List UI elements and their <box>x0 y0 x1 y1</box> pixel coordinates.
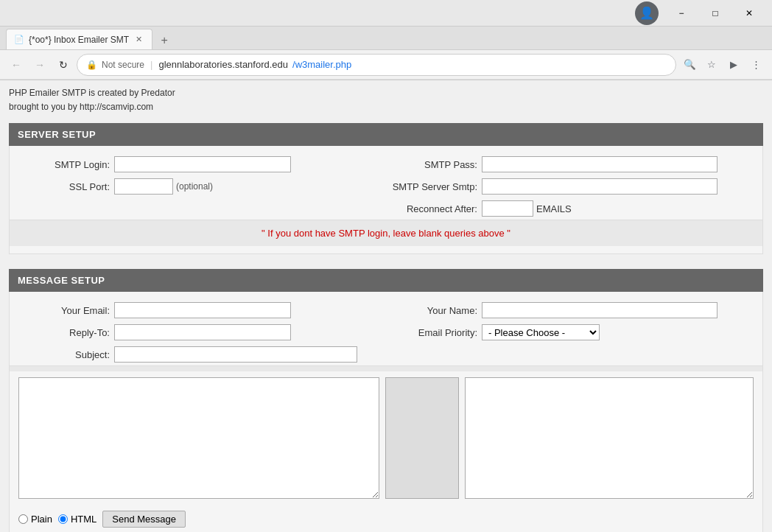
your-email-col: Your Email: <box>18 302 386 318</box>
email-name-row: Your Email: Your Name: <box>10 299 762 321</box>
reply-to-label: Reply-To: <box>18 327 114 338</box>
format-html-label[interactable]: HTML <box>58 514 96 525</box>
lock-icon: 🔒 <box>86 60 97 70</box>
smtp-pass-col: SMTP Pass: <box>386 156 754 172</box>
your-email-label: Your Email: <box>18 305 114 316</box>
subject-label: Subject: <box>18 349 114 360</box>
url-separator: | <box>150 59 152 70</box>
back-button[interactable]: ← <box>6 55 27 75</box>
search-button[interactable]: 🔍 <box>679 55 700 75</box>
smtp-warning: " If you dont have SMTP login, leave bla… <box>10 220 762 246</box>
server-setup-body: SMTP Login: SMTP Pass: SSL Port: (option… <box>9 146 763 254</box>
ssl-port-input[interactable] <box>114 178 173 195</box>
not-secure-label: Not secure <box>102 60 144 70</box>
smtp-login-row: SMTP Login: SMTP Pass: <box>10 153 762 175</box>
reconnect-col: Reconnect After: EMAILS <box>386 200 754 217</box>
your-name-col: Your Name: <box>386 302 754 318</box>
send-message-button[interactable]: Send Message <box>102 511 186 528</box>
reply-priority-row: Reply-To: Email Priority: - Please Choos… <box>10 321 762 343</box>
menu-button[interactable]: ⋮ <box>745 55 766 75</box>
priority-col: Email Priority: - Please Choose - High N… <box>386 324 754 340</box>
reconnect-row: Reconnect After: EMAILS <box>10 197 762 220</box>
tab-title: {*oo*} Inbox Emailer SMT <box>29 35 129 45</box>
tab-page-icon: 📄 <box>14 35 24 44</box>
new-tab-button[interactable]: + <box>155 32 173 49</box>
email-priority-select[interactable]: - Please Choose - High Normal Low <box>482 324 600 340</box>
active-tab[interactable]: 📄 {*oo*} Inbox Emailer SMT ✕ <box>6 29 152 49</box>
format-html-text: HTML <box>71 514 96 525</box>
message-setup-section: MESSAGE SETUP Your Email: Your Name: Rep… <box>9 269 763 532</box>
smtp-pass-label: SMTP Pass: <box>386 159 482 170</box>
format-html-radio[interactable] <box>58 514 68 524</box>
ssl-port-label: SSL Port: <box>18 181 114 192</box>
right-nav: 🔍 ☆ ▶ ⋮ <box>679 55 766 75</box>
credit-line1: PHP Emailer SMTP is created by Predator <box>9 86 763 100</box>
reply-to-col: Reply-To: <box>18 324 386 340</box>
format-plain-text: Plain <box>31 514 52 525</box>
address-bar[interactable]: 🔒 Not secure | glennlaboratories.stanfor… <box>77 54 676 76</box>
smtp-warning-text: " If you dont have SMTP login, leave bla… <box>262 228 510 239</box>
url-path: /w3mailer.php <box>292 59 351 70</box>
url-base: glennlaboratories.stanford.edu <box>158 59 288 70</box>
credit-line2: brought to you by http://scamvip.com <box>9 100 763 114</box>
your-name-input[interactable] <box>482 302 717 318</box>
message-setup-body: Your Email: Your Name: Reply-To: Email P… <box>9 292 763 532</box>
reconnect-input[interactable] <box>482 200 533 217</box>
server-setup-section: SERVER SETUP SMTP Login: SMTP Pass: SSL … <box>9 123 763 254</box>
format-row: Plain HTML Send Message <box>10 505 762 532</box>
divider <box>10 365 762 371</box>
your-email-input[interactable] <box>114 302 291 318</box>
minimize-button[interactable]: − <box>664 3 698 24</box>
maximize-button[interactable]: □ <box>698 3 732 24</box>
your-name-label: Your Name: <box>386 305 482 316</box>
bookmark-button[interactable]: ☆ <box>701 55 722 75</box>
smtp-pass-input[interactable] <box>482 156 717 172</box>
server-setup-header: SERVER SETUP <box>9 123 763 146</box>
cast-button[interactable]: ▶ <box>723 55 744 75</box>
smtp-server-input[interactable] <box>482 178 717 195</box>
smtp-login-input[interactable] <box>114 156 291 172</box>
format-plain-label[interactable]: Plain <box>18 514 52 525</box>
ssl-port-row: SSL Port: (optional) SMTP Server Smtp: <box>10 175 762 197</box>
reconnect-label: Reconnect After: <box>386 203 482 214</box>
browser-chrome: 👤 − □ ✕ 📄 {*oo*} Inbox Emailer SMT ✕ + ←… <box>0 0 772 80</box>
smtp-login-label: SMTP Login: <box>18 159 114 170</box>
page-content: PHP Emailer SMTP is created by Predator … <box>0 80 772 532</box>
subject-row: Subject: <box>10 343 762 365</box>
ssl-port-col: SSL Port: (optional) <box>18 178 386 195</box>
emails-label: EMAILS <box>536 203 572 214</box>
right-textarea[interactable] <box>465 377 754 499</box>
nav-bar: ← → ↻ 🔒 Not secure | glennlaboratories.s… <box>0 50 772 80</box>
smtp-server-label: SMTP Server Smtp: <box>386 181 482 192</box>
forward-button[interactable]: → <box>29 55 50 75</box>
middle-panel <box>385 377 459 499</box>
message-areas-row <box>10 371 762 505</box>
smtp-login-col: SMTP Login: <box>18 156 386 172</box>
subject-input[interactable] <box>114 346 357 363</box>
title-bar: 👤 − □ ✕ <box>0 0 772 27</box>
smtp-server-col: SMTP Server Smtp: <box>386 178 754 195</box>
message-setup-header: MESSAGE SETUP <box>9 269 763 292</box>
format-plain-radio[interactable] <box>18 514 28 524</box>
profile-button[interactable]: 👤 <box>635 1 659 25</box>
reload-button[interactable]: ↻ <box>53 55 74 75</box>
credit-text: PHP Emailer SMTP is created by Predator … <box>9 86 763 114</box>
close-button[interactable]: ✕ <box>732 3 766 24</box>
profile-icon: 👤 <box>639 6 654 20</box>
email-priority-label: Email Priority: <box>386 327 482 338</box>
reply-to-input[interactable] <box>114 324 291 340</box>
ssl-optional-hint: (optional) <box>176 181 213 192</box>
message-body-textarea[interactable] <box>18 377 379 499</box>
tab-close-icon[interactable]: ✕ <box>133 34 144 45</box>
